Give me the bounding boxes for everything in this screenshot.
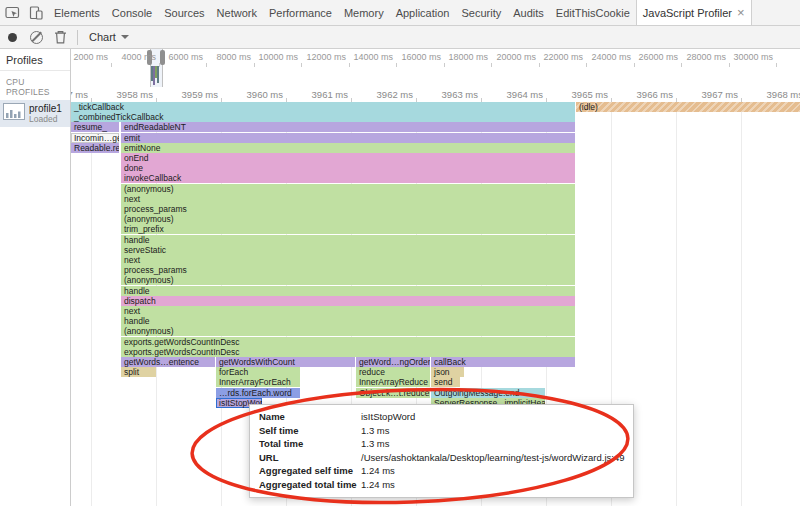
flame-row: handle [71, 316, 800, 326]
time-ruler: 3957 ms3958 ms3959 ms3960 ms3961 ms3962 … [71, 87, 800, 103]
tab-memory[interactable]: Memory [338, 0, 390, 25]
flame-frame[interactable]: forEach [216, 367, 300, 377]
flame-frame[interactable]: exports.getWordsCountInDesc [121, 347, 575, 357]
tab-label: Audits [513, 7, 544, 19]
flame-frame[interactable]: next [121, 306, 575, 316]
tab-audits[interactable]: Audits [507, 0, 550, 25]
flame-frame[interactable]: (anonymous) [121, 214, 575, 224]
flame-frame[interactable]: _combinedTickCallback [71, 112, 575, 122]
tab-editthiscookie[interactable]: EditThisCookie [550, 0, 636, 25]
record-button[interactable] [0, 33, 24, 42]
flame-chart[interactable]: NameisItStopWordSelf time1.3 msTotal tim… [71, 102, 800, 506]
flame-frame[interactable]: getWordsWithCount [216, 357, 355, 367]
overview-tick-label: 16000 ms [401, 52, 444, 62]
flame-frame[interactable]: emit [121, 133, 575, 143]
flame-frame[interactable]: next [121, 194, 575, 204]
flame-frame[interactable]: resume_ [71, 122, 119, 132]
flame-frame[interactable]: trim_prefix [121, 224, 575, 234]
tab-javascript-profiler[interactable]: JavaScript Profiler× [636, 0, 752, 25]
overview-tick-label: 12000 ms [306, 52, 349, 62]
flame-frame[interactable]: process_params [121, 265, 575, 275]
tooltip-row: NameisItStopWord [259, 410, 624, 424]
tab-security[interactable]: Security [455, 0, 507, 25]
tab-sources[interactable]: Sources [158, 0, 210, 25]
inspect-element-button[interactable] [0, 0, 24, 25]
tab-performance[interactable]: Performance [263, 0, 338, 25]
flame-frame[interactable]: (anonymous) [121, 275, 575, 285]
overview-timeline[interactable]: 2000 ms4000 ms6000 ms8000 ms10000 ms1200… [71, 49, 800, 88]
flame-frame[interactable]: (anonymous) [121, 184, 575, 194]
flame-frame[interactable]: getWords…entence [121, 357, 215, 367]
profile-status: Loaded [29, 114, 62, 124]
tooltip-label: Aggregated self time [259, 464, 361, 478]
flame-frame[interactable]: callBack [431, 357, 575, 367]
devtools-tabbar: ElementsConsoleSourcesNetworkPerformance… [0, 0, 800, 26]
flame-frame[interactable]: exports.getWordsCountInDesc [121, 337, 575, 347]
flame-frame[interactable]: OutgoingMessage.end [431, 388, 545, 398]
flame-row: splitforEachreducejson [71, 367, 800, 377]
overview-tick-label: 26000 ms [638, 52, 681, 62]
flame-frame[interactable]: endReadableNT [121, 122, 575, 132]
flame-frame[interactable]: InnerArrayForEach [216, 377, 300, 387]
tab-label: Console [112, 7, 152, 19]
flame-frame[interactable]: split [121, 367, 156, 377]
view-mode-select[interactable]: Chart [83, 29, 135, 45]
tooltip-row: URL/Users/ashoktankala/Desktop/learning/… [259, 451, 624, 465]
flame-frame[interactable]: Readable.read [71, 143, 119, 153]
tab-label: Performance [269, 7, 332, 19]
delete-profile-button[interactable] [48, 30, 72, 44]
flame-frame[interactable]: getWord…ngOrder [356, 357, 430, 367]
tooltip-value: 1.24 ms [361, 464, 395, 478]
flame-row: _tickCallback(idle) [71, 102, 800, 112]
flame-frame[interactable]: done [121, 163, 575, 173]
overview-tick-label: 14000 ms [353, 52, 396, 62]
flame-chart-panel: 2000 ms4000 ms6000 ms8000 ms10000 ms1200… [71, 49, 800, 506]
ruler-tick-label: 3961 ms [312, 89, 351, 100]
overview-tick-label: 10000 ms [258, 52, 301, 62]
flame-row: done [71, 163, 800, 173]
flame-row: next [71, 306, 800, 316]
flame-frame[interactable]: …rds.forEach.word [216, 388, 300, 398]
ruler-tick-label: 3959 ms [182, 89, 221, 100]
flame-frame[interactable]: handle [121, 235, 575, 245]
overview-tick-mark [444, 63, 445, 67]
flame-frame[interactable]: emitNone [121, 143, 575, 153]
flame-frame[interactable]: onEnd [121, 153, 575, 163]
flame-frame[interactable]: serveStatic [121, 245, 575, 255]
flame-frame[interactable]: process_params [121, 204, 575, 214]
flame-frame[interactable]: (idle) [576, 102, 800, 112]
profile-item[interactable]: profile1 Loaded [0, 100, 70, 127]
flame-frame[interactable]: (anonymous) [121, 326, 575, 336]
tab-application[interactable]: Application [390, 0, 456, 25]
flame-frame[interactable]: handle [121, 316, 575, 326]
clear-profiles-button[interactable] [24, 31, 48, 44]
ruler-tick-label: 3957 ms [71, 89, 91, 100]
flame-frame[interactable]: reduce [356, 367, 430, 377]
tooltip-value: 1.3 ms [361, 424, 390, 438]
flame-frame[interactable]: invokeCallback [121, 173, 575, 183]
tab-close-icon[interactable]: × [737, 8, 745, 18]
tab-network[interactable]: Network [211, 0, 263, 25]
flame-frame[interactable]: dispatch [121, 296, 575, 306]
overview-tick-mark [586, 63, 587, 67]
overview-selection-handle-right[interactable] [160, 50, 165, 65]
flame-row: _combinedTickCallback [71, 112, 800, 122]
flame-frame[interactable]: Incomin…ge.read [71, 133, 119, 143]
profiler-toolbar: Chart [0, 26, 800, 49]
flame-frame[interactable]: json [431, 367, 464, 377]
flame-row: …rds.forEach.wordObject.k…t.reduceOutgoi… [71, 388, 800, 398]
profile-icon [3, 103, 25, 120]
device-toolbar-button[interactable] [24, 0, 48, 25]
flame-frame[interactable]: next [121, 255, 575, 265]
overview-tick-label: 28000 ms [686, 52, 729, 62]
flame-frame[interactable]: _tickCallback [71, 102, 575, 112]
flame-frame[interactable]: Object.k…t.reduce [356, 388, 430, 398]
flame-frame[interactable]: handle [121, 286, 575, 296]
ruler-tick-label: 3960 ms [247, 89, 286, 100]
flame-frame[interactable]: send [431, 377, 460, 387]
flame-row: exports.getWordsCountInDesc [71, 337, 800, 347]
flame-frame[interactable]: InnerArrayReduce [356, 377, 430, 387]
overview-tick-mark [396, 63, 397, 67]
tab-elements[interactable]: Elements [48, 0, 106, 25]
tab-console[interactable]: Console [106, 0, 158, 25]
